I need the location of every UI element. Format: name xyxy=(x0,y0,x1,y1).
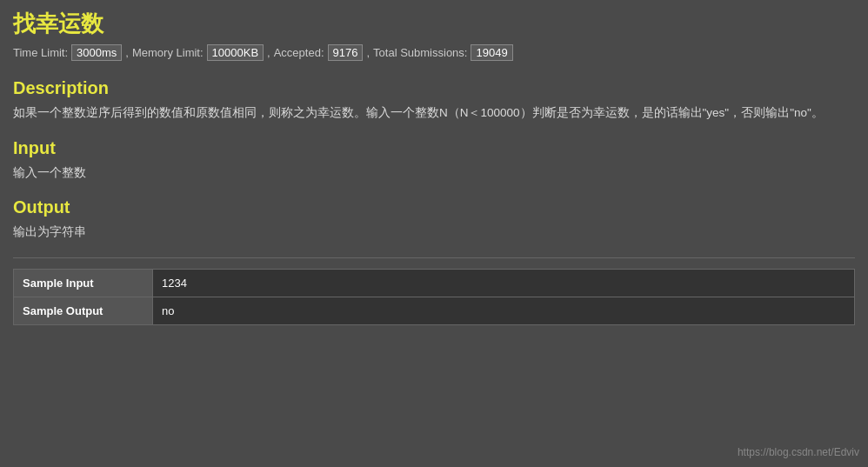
meta-bar: Time Limit: 3000ms , Memory Limit: 10000… xyxy=(13,44,855,61)
sample-table: Sample Input 1234 Sample Output no xyxy=(13,269,855,325)
time-limit-label: Time Limit: xyxy=(13,46,68,59)
description-title: Description xyxy=(13,78,855,98)
sample-output-value: no xyxy=(153,297,855,324)
sample-output-row: Sample Output no xyxy=(14,297,855,324)
page-title: 找幸运数 xyxy=(13,9,855,39)
meta-sep1: , xyxy=(125,46,129,59)
watermark: https://blog.csdn.net/Edviv xyxy=(738,446,859,458)
description-content: 如果一个整数逆序后得到的数值和原数值相同，则称之为幸运数。输入一个整数N（N＜1… xyxy=(13,103,855,123)
memory-limit-label: Memory Limit: xyxy=(132,46,204,59)
sample-input-row: Sample Input 1234 xyxy=(14,269,855,297)
sample-output-label: Sample Output xyxy=(14,297,153,324)
time-limit-value: 3000ms xyxy=(71,44,122,61)
accepted-label: Accepted: xyxy=(274,46,324,59)
accepted-value: 9176 xyxy=(328,44,364,61)
sample-input-value: 1234 xyxy=(153,269,855,297)
page-container: 找幸运数 Time Limit: 3000ms , Memory Limit: … xyxy=(0,0,868,334)
sample-input-label: Sample Input xyxy=(14,269,153,297)
input-title: Input xyxy=(13,138,855,158)
meta-sep2: , xyxy=(267,46,270,59)
meta-sep3: , xyxy=(366,46,370,59)
memory-limit-value: 10000KB xyxy=(207,44,264,61)
output-content: 输出为字符串 xyxy=(13,223,855,242)
divider xyxy=(13,257,855,258)
input-content: 输入一个整数 xyxy=(13,163,855,183)
output-title: Output xyxy=(13,197,855,217)
total-submissions-value: 19049 xyxy=(471,44,512,61)
total-submissions-label: Total Submissions: xyxy=(373,46,467,59)
